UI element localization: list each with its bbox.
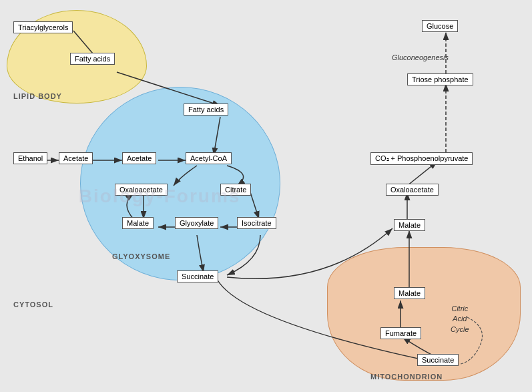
fatty-acids-main-node: Fatty acids bbox=[184, 104, 228, 116]
isocitrate-node: Isocitrate bbox=[237, 217, 276, 229]
cytosol-label: CYTOSOL bbox=[13, 301, 53, 309]
succinate-main-node: Succinate bbox=[177, 270, 218, 282]
citrate-node: Citrate bbox=[220, 184, 251, 196]
gluconeogenesis-label: Gluconeogenesis bbox=[392, 53, 449, 61]
ethanol-node: Ethanol bbox=[13, 152, 47, 164]
malate-mito-node: Malate bbox=[394, 287, 425, 299]
glyoxylate-node: Glyoxylate bbox=[175, 217, 218, 229]
fatty-acids-lipid-node: Fatty acids bbox=[70, 53, 115, 65]
mitochondrion-label: MITOCHONDRION bbox=[370, 373, 443, 381]
oxaloacetate-right-node: Oxaloacetate bbox=[386, 184, 439, 196]
acetate-left-node: Acetate bbox=[59, 152, 93, 164]
triacylglycerols-node: Triacylglycerols bbox=[13, 21, 73, 33]
glucose-node: Glucose bbox=[422, 20, 458, 32]
triose-phosphate-node: Triose phosphate bbox=[407, 73, 473, 85]
acetate-inner-node: Acetate bbox=[122, 152, 156, 164]
fumarate-node: Fumarate bbox=[380, 327, 421, 339]
malate-right-node: Malate bbox=[394, 219, 425, 231]
glyoxysome-label: GLYOXYSOME bbox=[112, 252, 170, 260]
co2-phospho-node: CO₂ + Phosphoenolpyruvate bbox=[370, 152, 473, 165]
oxaloacetate-left-node: Oxaloacetate bbox=[115, 184, 168, 196]
citric-acid-cycle-label: CitricAcidCycle bbox=[451, 304, 469, 335]
lipid-body-label: LIPID BODY bbox=[13, 92, 62, 100]
acetyl-coa-node: Acetyl-CoA bbox=[186, 152, 232, 164]
malate-inner-node: Malate bbox=[122, 217, 154, 229]
svg-line-13 bbox=[407, 162, 437, 186]
succinate-mito-node: Succinate bbox=[417, 354, 459, 366]
